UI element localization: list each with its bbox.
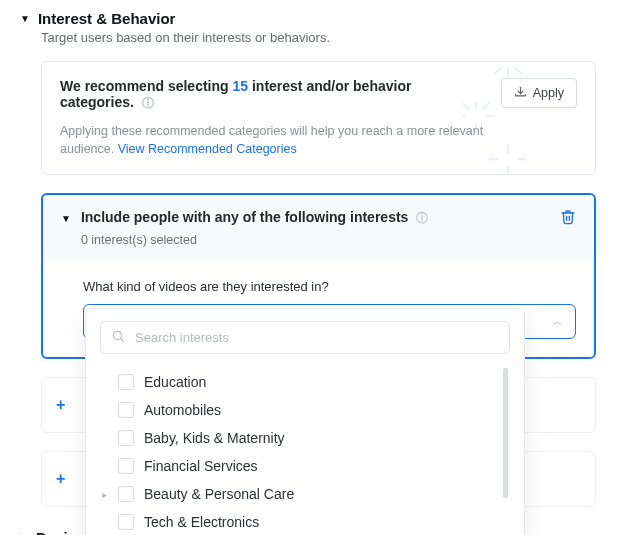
checkbox[interactable] [118, 402, 134, 418]
interests-selected-count: 0 interest(s) selected [81, 233, 550, 247]
plus-icon: + [56, 470, 65, 487]
chevron-up-icon: ︿ [552, 314, 563, 329]
apply-button[interactable]: Apply [501, 78, 577, 108]
interest-option[interactable]: Financial Services [100, 452, 510, 480]
recommend-card: We recommend selecting 15 interest and/o… [41, 61, 596, 175]
option-label: Beauty & Personal Care [144, 486, 294, 502]
interest-prompt: What kind of videos are they interested … [83, 279, 576, 294]
checkbox[interactable] [118, 514, 134, 530]
option-label: Education [144, 374, 206, 390]
checkbox[interactable] [118, 486, 134, 502]
interest-option[interactable]: Education [100, 368, 510, 396]
plus-icon: + [56, 396, 65, 413]
scrollbar[interactable] [503, 368, 508, 498]
interest-option[interactable]: Tech & Electronics [100, 508, 510, 535]
caret-down-icon[interactable]: ▼ [20, 13, 30, 24]
interest-option-list: Education Automobiles Baby, Kids & Mater… [100, 368, 510, 535]
search-input[interactable] [133, 329, 499, 346]
option-label: Baby, Kids & Maternity [144, 430, 285, 446]
option-label: Tech & Electronics [144, 514, 259, 530]
device-section-title: Device [36, 529, 84, 535]
checkbox[interactable] [118, 374, 134, 390]
chevron-right-icon[interactable]: ▸ [100, 489, 108, 500]
include-title-row: Include people with any of the following… [81, 209, 550, 227]
checkbox[interactable] [118, 430, 134, 446]
svg-point-0 [113, 331, 121, 339]
interest-dropdown: Education Automobiles Baby, Kids & Mater… [85, 308, 525, 535]
section-subtitle: Target users based on their interests or… [41, 30, 606, 45]
delete-icon[interactable] [560, 209, 576, 228]
recommend-prefix: We recommend selecting [60, 78, 232, 94]
apply-label: Apply [533, 86, 564, 100]
interest-option[interactable]: Baby, Kids & Maternity [100, 424, 510, 452]
caret-down-icon[interactable]: ▼ [61, 213, 71, 224]
apply-icon [514, 85, 527, 101]
search-icon [111, 329, 125, 346]
recommend-headline: We recommend selecting 15 interest and/o… [60, 78, 485, 112]
option-label: Automobiles [144, 402, 221, 418]
include-title: Include people with any of the following… [81, 209, 408, 225]
checkbox[interactable] [118, 458, 134, 474]
search-input-wrap[interactable] [100, 321, 510, 354]
recommend-subtext: Applying these recommended categories wi… [60, 122, 485, 158]
view-recommended-link[interactable]: View Recommended Categories [118, 142, 297, 156]
svg-line-1 [121, 339, 124, 342]
help-icon[interactable]: ⓘ [416, 211, 428, 225]
option-label: Financial Services [144, 458, 258, 474]
help-icon[interactable]: ⓘ [142, 96, 154, 110]
interest-option[interactable]: ▸ Beauty & Personal Care [100, 480, 510, 508]
recommend-count: 15 [232, 78, 248, 94]
interest-option[interactable]: Automobiles [100, 396, 510, 424]
section-title: Interest & Behavior [38, 10, 176, 27]
